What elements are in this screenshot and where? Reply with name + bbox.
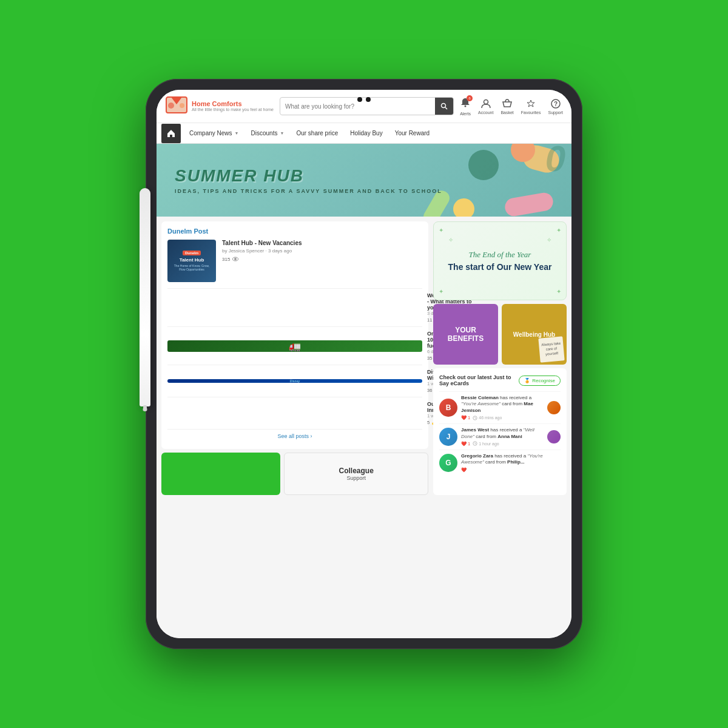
account-icon-item[interactable]: Account xyxy=(478,98,493,115)
ecard-text-1: Bessie Coleman has received a "You're Aw… xyxy=(461,395,544,420)
basket-icon xyxy=(502,98,513,109)
featured-views: 315 xyxy=(222,257,230,262)
alerts-badge: 6 xyxy=(467,95,473,101)
svg-text:?: ? xyxy=(554,101,558,107)
eye-icon xyxy=(232,256,238,262)
bottom-preview: Colleague Support xyxy=(161,453,428,495)
disney-thumb: Disney xyxy=(167,379,422,383)
bottom-green-card[interactable] xyxy=(161,453,280,495)
logo-subtitle: All the little things to make you feel a… xyxy=(192,107,274,112)
ecard-entry-2[interactable]: J James West has received a "Well Done" … xyxy=(439,423,561,450)
featured-post[interactable]: Dunelm Talent Hub The Home of Know, Grow… xyxy=(167,240,422,282)
new-year-bold: The start of Our New Year xyxy=(448,262,552,272)
avatar-img-gregorio: G xyxy=(439,454,457,472)
banner-shape-5 xyxy=(453,198,474,217)
ecard-meta-1: ❤️ 1 46 mins ago xyxy=(461,415,544,420)
ecard-from-2: Anna Mani xyxy=(497,434,522,439)
recognise-icon: 🏅 xyxy=(524,378,530,383)
favourites-icon xyxy=(525,98,536,109)
support-icon-item[interactable]: ? Support xyxy=(548,98,563,115)
search-input[interactable] xyxy=(280,103,435,110)
svg-point-5 xyxy=(442,104,446,108)
ecards-header: Check out our latest Just to Say eCards … xyxy=(439,374,561,386)
svg-line-6 xyxy=(445,107,447,109)
right-column: ✦ ✦ ✦ ✦ ✧ ✧ The End of the Year The star… xyxy=(433,221,567,495)
banner-shape-4 xyxy=(504,191,554,217)
logo-area: Home Comforts All the little things to m… xyxy=(165,95,274,118)
post-row-wellbeing[interactable]: Wellbeing @ Dunelm - What matters to you… xyxy=(167,288,422,326)
star-5: ✧ xyxy=(448,237,453,243)
nav-share-price[interactable]: Our share price xyxy=(290,123,344,143)
talent-hub-subtitle: The Home of Know, Grow, Flow Opportuniti… xyxy=(171,264,212,271)
nav-your-reward[interactable]: Your Reward xyxy=(389,123,436,143)
nav-discounts[interactable]: Discounts ▼ xyxy=(245,123,291,143)
alerts-icon-item[interactable]: 6 Alerts xyxy=(460,97,471,116)
wellbeing-hub-title: Wellbeing Hub xyxy=(513,331,555,338)
nav-holiday-buy[interactable]: Holiday Buy xyxy=(344,123,388,143)
featured-post-info: Talent Hub - New Vacancies by Jessica Sp… xyxy=(222,240,422,282)
banner-title: SUMMER HUB xyxy=(175,166,571,186)
benefits-title: YOUR BENEFITS xyxy=(438,326,493,343)
wellbeing-hub-card[interactable]: Wellbeing Hub Always take care of yourse… xyxy=(502,304,567,365)
ecard-entry-1[interactable]: B Bessie Coleman has received a "You're … xyxy=(439,391,561,423)
nav-home-button[interactable] xyxy=(161,124,181,143)
like-count: 11 xyxy=(427,317,432,323)
basket-label: Basket xyxy=(500,110,513,115)
dunelm-post-section: Dunelm Post Dunelm Talent Hub The Home o… xyxy=(161,221,428,449)
colleague-title: Colleague xyxy=(339,467,374,475)
avatar-anna xyxy=(547,430,561,443)
star-3: ✦ xyxy=(439,288,443,295)
clock-icon-1 xyxy=(473,416,477,420)
alerts-label: Alerts xyxy=(460,112,471,116)
ecard-type-1: "You're Awesome" xyxy=(461,401,500,406)
talent-hub-text: Talent Hub xyxy=(180,257,204,263)
clock-icon-2 xyxy=(473,441,477,446)
disney-text: Disney xyxy=(290,379,300,383)
avatar-mae xyxy=(547,401,561,414)
like-count-disney: 36 xyxy=(427,388,432,393)
ecard-sender-1: Bessie Coleman xyxy=(461,395,499,400)
recognise-button[interactable]: 🏅 Recognise xyxy=(519,376,561,386)
home-icon xyxy=(166,129,176,138)
your-benefits-card[interactable]: YOUR BENEFITS xyxy=(433,304,498,365)
camera-dot xyxy=(357,97,362,102)
wellbeing-note: Always take care of yourself xyxy=(538,336,564,362)
star-2: ✦ xyxy=(556,227,561,234)
search-button[interactable] xyxy=(435,97,453,115)
ecard-entry-3[interactable]: G Gregorio Zara has received a "You're A… xyxy=(439,450,561,476)
ecard-meta-2: ❤️ 1 1 hour ago xyxy=(461,441,544,447)
svg-point-11 xyxy=(234,258,237,260)
favourites-icon-item[interactable]: Favourites xyxy=(521,98,541,115)
ipad-frame: Home Comforts All the little things to m… xyxy=(146,79,582,649)
ecard-text-2: James West has received a "Well Done" ca… xyxy=(461,427,544,447)
avatar-gregorio: G xyxy=(439,454,457,472)
two-col-layout: Dunelm Post Dunelm Talent Hub The Home o… xyxy=(157,217,571,500)
truck-emoji: 🚛 xyxy=(289,340,301,352)
ecards-section: Check out our latest Just to Say eCards … xyxy=(433,368,567,495)
colleague-support-card[interactable]: Colleague Support xyxy=(284,453,428,495)
support-icon: ? xyxy=(550,98,561,109)
post-row-ecard[interactable]: Our July eCard - Innovating 1 week ago 5… xyxy=(167,397,422,429)
post-row-fuel[interactable]: 🚛 On the road with 100% renewable fuel 6… xyxy=(167,326,422,365)
colleague-subtitle: Support xyxy=(346,475,366,481)
post-row-disney[interactable]: Disney Disney Competition Winner 1 week … xyxy=(167,365,422,397)
new-year-card[interactable]: ✦ ✦ ✦ ✦ ✧ ✧ The End of the Year The star… xyxy=(433,221,567,300)
support-label: Support xyxy=(548,110,563,115)
see-all-posts[interactable]: See all posts › xyxy=(167,429,422,443)
left-column: Dunelm Post Dunelm Talent Hub The Home o… xyxy=(161,221,428,495)
like-count-ecard: 5 xyxy=(427,420,430,425)
ecard-sender-2: James West xyxy=(461,427,489,433)
ecard-message-2: James West has received a "Well Done" ca… xyxy=(461,427,544,440)
search-icon xyxy=(440,103,448,110)
star-4: ✦ xyxy=(556,288,561,295)
avatar-james: J xyxy=(439,428,457,446)
summer-banner[interactable]: 0 SUMMER HUB IDEAS, TIPS AND TRICKS FOR … xyxy=(157,144,571,217)
site-nav: Company News ▼ Discounts ▼ Our share pri… xyxy=(157,123,571,144)
dropdown-chevron: ▼ xyxy=(235,131,239,135)
svg-point-8 xyxy=(484,99,488,104)
featured-post-thumb: Dunelm Talent Hub The Home of Know, Grow… xyxy=(167,240,216,282)
ecard-hearts-1: ❤️ 1 xyxy=(461,415,470,420)
nav-company-news[interactable]: Company News ▼ xyxy=(183,123,245,143)
new-year-script: The End of the Year xyxy=(469,250,531,260)
basket-icon-item[interactable]: Basket xyxy=(500,98,513,115)
